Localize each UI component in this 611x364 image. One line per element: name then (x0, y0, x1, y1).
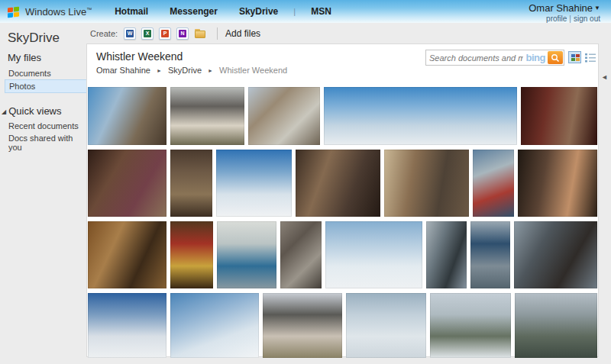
windows-flag-icon (8, 6, 21, 18)
brand-text: Windows Live (25, 6, 86, 18)
photo-thumbnail-ski-run-trees[interactable] (430, 293, 511, 358)
magnifier-icon (551, 53, 560, 63)
photo-thumbnail-cooking-kitchen[interactable] (170, 221, 213, 288)
sidebar: SkyDrive My files Documents Photos ◢Quic… (0, 23, 86, 364)
bing-logo: bing (526, 52, 545, 63)
dropdown-caret-icon: ▼ (594, 5, 600, 11)
breadcrumb: Omar Shahine ► SkyDrive ► Whistler Weeke… (96, 66, 589, 75)
photo-thumbnail-summit-panorama[interactable] (324, 87, 516, 145)
photo-thumbnail-peaks-panorama[interactable] (88, 293, 166, 358)
photo-grid (87, 84, 598, 358)
content-panel: Whistler Weekend Omar Shahine ► SkyDrive… (86, 43, 599, 357)
new-powerpoint-presentation-button[interactable]: P (159, 27, 171, 40)
add-files-button[interactable]: Add files (225, 28, 260, 39)
windows-live-logo[interactable]: Windows Live™ (8, 6, 92, 18)
quick-views-label: Quick views (8, 105, 61, 117)
profile-link[interactable]: profile (546, 14, 567, 23)
details-view-button[interactable] (584, 51, 596, 63)
breadcrumb-separator-icon: ► (157, 68, 162, 73)
word-icon: W (126, 30, 134, 37)
photo-thumbnail-woman-at-suv[interactable] (426, 221, 467, 288)
photo-row (88, 150, 597, 217)
photo-row (88, 87, 597, 145)
sidebar-quick-views[interactable]: ◢Quick views (2, 105, 86, 117)
photo-thumbnail-snowy-slope[interactable] (170, 293, 259, 358)
nav-divider: | (293, 7, 296, 16)
photo-thumbnail-man-warm-room[interactable] (88, 221, 166, 288)
onenote-icon: N (179, 30, 186, 37)
user-links: profile|sign out (529, 14, 600, 23)
collapse-pane-arrow[interactable]: ◄ (601, 73, 608, 81)
breadcrumb-owner[interactable]: Omar Shahine (96, 66, 150, 75)
new-word-document-button[interactable]: W (124, 27, 136, 40)
breadcrumb-separator-icon: ► (208, 68, 213, 73)
main-area: Create: W X P N Add files Whistler Weeke… (86, 23, 611, 364)
photo-thumbnail-man-showing-box[interactable] (384, 150, 469, 217)
expander-triangle-icon: ◢ (2, 108, 6, 115)
sidebar-item-documents[interactable]: Documents (0, 67, 86, 79)
photo-thumbnail-man-red-scarf[interactable] (473, 150, 514, 217)
toolbar-divider (217, 27, 218, 40)
tiles-view-icon (571, 54, 579, 61)
thumbnail-view-button[interactable] (568, 51, 581, 63)
photo-thumbnail-man-thinking[interactable] (518, 150, 597, 217)
user-menu[interactable]: Omar Shahine▼ (529, 2, 600, 14)
photo-thumbnail-man-profile-red-room[interactable] (521, 87, 597, 145)
photo-row (88, 293, 597, 358)
nav-hotmail[interactable]: Hotmail (115, 6, 148, 17)
user-area: Omar Shahine▼ profile|sign out (529, 2, 600, 23)
nav-skydrive[interactable]: SkyDrive (239, 6, 278, 17)
photo-thumbnail-mountain-peak[interactable] (88, 87, 166, 145)
list-view-icon (585, 53, 596, 63)
photo-thumbnail-sleeping-in-car[interactable] (514, 221, 597, 288)
photo-thumbnail-man-standing-road[interactable] (470, 221, 510, 288)
photo-thumbnail-gondola-cables[interactable] (515, 293, 597, 358)
powerpoint-icon: P (161, 30, 169, 37)
photo-thumbnail-snow-vista[interactable] (216, 150, 292, 217)
excel-icon: X (144, 30, 151, 37)
sidebar-item-recent-documents[interactable]: Recent documents (0, 120, 86, 132)
sidebar-title: SkyDrive (8, 31, 86, 46)
brand-name: Windows Live™ (25, 6, 92, 18)
new-excel-workbook-button[interactable]: X (141, 27, 154, 40)
sidebar-item-my-files[interactable]: My files (8, 52, 86, 63)
search-input[interactable] (426, 53, 526, 63)
photo-thumbnail-cloudy-valley[interactable] (346, 293, 425, 358)
nav-msn[interactable]: MSN (311, 6, 331, 17)
photo-thumbnail-person-reclining[interactable] (280, 221, 322, 288)
photo-thumbnail-girl-ski-helmet[interactable] (170, 87, 244, 145)
signout-link[interactable]: sign out (574, 14, 600, 23)
create-toolbar: Create: W X P N Add files (86, 23, 611, 43)
nav-messenger[interactable]: Messenger (170, 6, 218, 17)
new-onenote-notebook-button[interactable]: N (176, 27, 189, 40)
sidebar-item-photos[interactable]: Photos (5, 79, 86, 93)
breadcrumb-skydrive[interactable]: SkyDrive (168, 66, 202, 75)
panel-header: Whistler Weekend Omar Shahine ► SkyDrive… (87, 44, 598, 84)
top-nav-links: Hotmail Messenger SkyDrive | MSN (115, 6, 331, 17)
photo-row (88, 221, 597, 288)
search-box: bing (425, 50, 564, 66)
new-folder-button[interactable] (195, 29, 207, 39)
sidebar-item-docs-shared[interactable]: Docs shared with you (0, 132, 86, 153)
photo-thumbnail-rock-cliff[interactable] (248, 87, 320, 145)
top-navigation-bar: Windows Live™ Hotmail Messenger SkyDrive… (0, 0, 611, 23)
create-label: Create: (90, 29, 118, 38)
photo-thumbnail-hands-on-head[interactable] (217, 221, 276, 288)
photo-thumbnail-man-with-can[interactable] (296, 150, 380, 217)
photo-thumbnail-person-reading[interactable] (170, 150, 212, 217)
links-separator: | (569, 14, 571, 23)
photo-thumbnail-man-on-couch[interactable] (88, 150, 166, 217)
search-button[interactable] (548, 51, 563, 64)
trademark-symbol: ™ (86, 6, 92, 11)
user-name: Omar Shahine (529, 2, 593, 14)
photo-thumbnail-blue-ridge-vista[interactable] (325, 221, 422, 288)
photo-thumbnail-selfie-sunglasses[interactable] (263, 293, 342, 358)
breadcrumb-current: Whistler Weekend (219, 66, 287, 75)
